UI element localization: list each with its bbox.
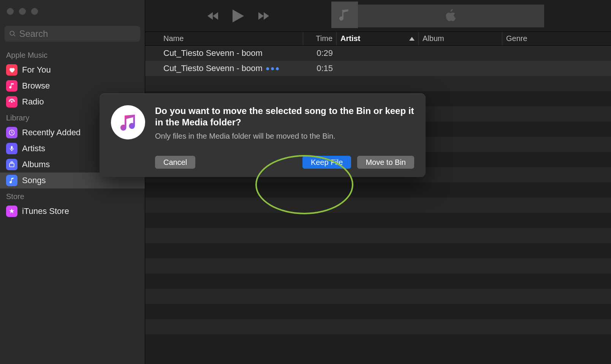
dialog-subtitle: Only files in the Media folder will be m… <box>155 132 414 141</box>
svg-rect-3 <box>9 163 14 167</box>
svg-point-0 <box>11 101 13 103</box>
sidebar-item-itunes-store[interactable]: iTunes Store <box>0 203 145 219</box>
column-genre[interactable]: Genre <box>502 32 611 45</box>
sidebar-item-label: Artists <box>22 144 45 154</box>
sidebar-item-label: For You <box>22 65 51 75</box>
table-row <box>145 182 611 198</box>
table-row <box>145 334 611 350</box>
column-name[interactable]: Name <box>159 32 303 45</box>
radio-icon <box>6 96 17 108</box>
sidebar-item-label: iTunes Store <box>22 206 69 216</box>
track-time: 0:15 <box>303 61 337 76</box>
main-content: Name Time Artist Album Genre Cut_Tiesto … <box>145 0 611 364</box>
table-row <box>145 76 611 91</box>
music-note-icon <box>6 80 17 92</box>
star-icon <box>6 206 17 217</box>
zoom-window[interactable] <box>31 8 38 15</box>
sidebar-item-label: Recently Added <box>22 128 81 138</box>
more-options-icon[interactable]: ●●● <box>266 65 280 73</box>
sidebar-item-label: Songs <box>22 176 46 185</box>
music-app-icon <box>111 105 145 139</box>
player-toolbar <box>145 0 611 32</box>
delete-song-dialog: Do you want to move the selected song to… <box>100 93 426 177</box>
sidebar-item-browse[interactable]: Browse <box>0 78 145 94</box>
table-row <box>145 319 611 334</box>
heart-icon <box>6 64 17 76</box>
track-name: Cut_Tiesto Sevenn - boom <box>163 48 263 58</box>
dialog-title: Do you want to move the selected song to… <box>155 105 414 128</box>
section-store: Store <box>0 188 145 203</box>
track-name: Cut_Tiesto Sevenn - boom <box>163 63 263 73</box>
column-artist[interactable]: Artist <box>337 32 419 45</box>
sidebar-item-for-you[interactable]: For You <box>0 62 145 78</box>
table-row <box>145 213 611 228</box>
move-to-bin-button[interactable]: Move to Bin <box>357 156 414 169</box>
album-art-placeholder <box>331 2 358 28</box>
apple-logo-icon <box>444 8 458 24</box>
play-icon[interactable] <box>232 9 245 23</box>
table-row[interactable]: Cut_Tiesto Sevenn - boom 0:29 <box>145 46 611 61</box>
search-icon <box>9 30 16 38</box>
table-header: Name Time Artist Album Genre <box>145 32 611 46</box>
table-row <box>145 198 611 213</box>
sidebar-item-label: Radio <box>22 97 44 107</box>
previous-track-icon[interactable] <box>206 11 221 21</box>
svg-rect-2 <box>11 146 13 149</box>
column-artist-label: Artist <box>340 34 360 43</box>
section-apple-music: Apple Music <box>0 47 145 62</box>
minimize-window[interactable] <box>19 8 26 15</box>
sidebar-item-label: Albums <box>22 160 50 169</box>
table-row <box>145 274 611 289</box>
next-track-icon[interactable] <box>255 11 271 21</box>
column-album[interactable]: Album <box>419 32 502 45</box>
window-controls <box>0 0 145 23</box>
cancel-button[interactable]: Cancel <box>155 156 195 169</box>
track-time: 0:29 <box>303 46 337 61</box>
table-row <box>145 258 611 274</box>
table-row[interactable]: Cut_Tiesto Sevenn - boom ●●● 0:15 <box>145 61 611 76</box>
clock-icon <box>6 127 17 138</box>
column-time[interactable]: Time <box>303 32 337 45</box>
keep-file-button[interactable]: Keep File <box>302 156 351 169</box>
microphone-icon <box>6 143 17 154</box>
search-field[interactable] <box>5 26 140 42</box>
albums-icon <box>6 159 17 170</box>
sidebar: Apple Music For You Browse Radio Library… <box>0 0 145 364</box>
song-note-icon <box>6 175 17 186</box>
search-input[interactable] <box>19 28 136 39</box>
table-row <box>145 228 611 243</box>
table-row <box>145 289 611 304</box>
close-window[interactable] <box>7 8 14 15</box>
sidebar-item-label: Browse <box>22 81 50 91</box>
now-playing-display <box>331 5 544 27</box>
table-row <box>145 304 611 319</box>
table-row <box>145 243 611 258</box>
sort-asc-icon <box>409 37 415 41</box>
